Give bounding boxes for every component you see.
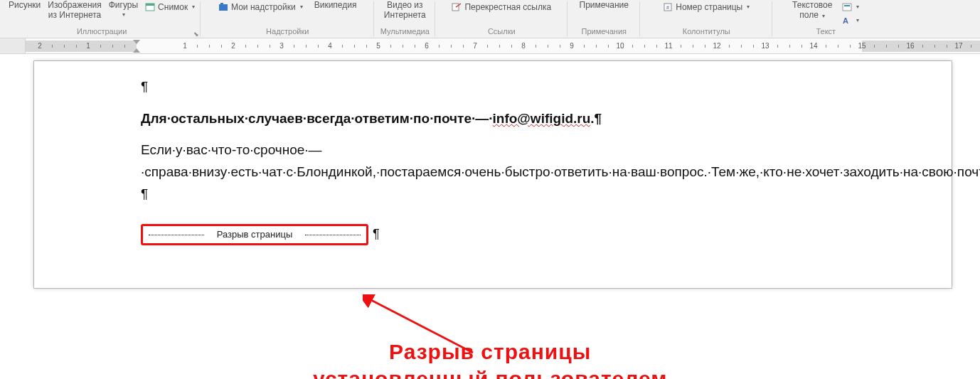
page: ¶ Для·остальных·случаев·всегда·ответим·п… bbox=[34, 61, 952, 288]
screenshot-label: Снимок bbox=[158, 2, 188, 12]
online-pictures-label-2: из Интернета bbox=[48, 10, 101, 20]
ruler-tick: 13 bbox=[761, 41, 769, 52]
wordart-button[interactable]: A ▾ bbox=[839, 14, 862, 27]
ruler-tick: 3 bbox=[279, 41, 284, 52]
group-label-comments: Примечания bbox=[570, 27, 637, 36]
ruler-tick: 7 bbox=[473, 41, 477, 52]
video-label-2: Интернета bbox=[384, 10, 426, 20]
ruler-tick: 17 bbox=[954, 41, 962, 52]
page-break-indicator: Разрыв страницы bbox=[141, 224, 368, 245]
first-line-indent-marker[interactable] bbox=[133, 40, 140, 44]
quick-parts-button[interactable]: ▾ bbox=[839, 1, 862, 14]
svg-text:A: A bbox=[843, 16, 848, 25]
ribbon: Рисунки Изображения из Интернета Фигуры … bbox=[0, 0, 980, 38]
pictures-button[interactable]: Рисунки bbox=[6, 0, 43, 10]
ruler-tick: 9 bbox=[570, 41, 574, 52]
screenshot-button[interactable]: Снимок ▾ bbox=[142, 1, 198, 14]
dialog-launcher-icon[interactable]: ⬊ bbox=[193, 31, 199, 38]
ruler-tick: 14 bbox=[809, 41, 817, 52]
page-break-label: Разрыв страницы bbox=[217, 227, 293, 242]
svg-text:#: # bbox=[666, 5, 669, 10]
comment-button[interactable]: Примечание bbox=[577, 0, 632, 10]
hanging-indent-marker[interactable] bbox=[133, 48, 140, 53]
textbox-button[interactable]: Текстовое поле ▾ bbox=[789, 0, 835, 21]
group-label-illustrations: Иллюстрации bbox=[6, 27, 198, 36]
ruler-tick: 8 bbox=[521, 41, 526, 52]
cross-reference-button[interactable]: Перекрестная ссылка bbox=[449, 1, 554, 14]
svg-rect-1 bbox=[146, 4, 154, 6]
ruler-tick: 16 bbox=[906, 41, 914, 52]
svg-rect-2 bbox=[219, 4, 228, 11]
group-addins: Мои надстройки ▾ Википедия Надстройки bbox=[201, 0, 374, 38]
ruler-tick: 1 bbox=[86, 41, 90, 52]
page-content[interactable]: ¶ Для·остальных·случаев·всегда·ответим·п… bbox=[34, 61, 952, 288]
empty-paragraph-mark: ¶ bbox=[141, 75, 932, 97]
page-number-icon: # bbox=[663, 3, 673, 11]
chevron-down-icon: ▾ bbox=[821, 13, 825, 19]
ruler-tick: 15 bbox=[858, 41, 866, 52]
addins-icon bbox=[218, 3, 228, 11]
svg-rect-8 bbox=[844, 5, 850, 6]
svg-rect-7 bbox=[843, 4, 851, 11]
group-text: Текстовое поле ▾ ▾ A ▾ Текст bbox=[772, 0, 879, 38]
ruler-tick: 2 bbox=[38, 41, 42, 52]
ruler-corner bbox=[0, 38, 26, 53]
ruler-tick: 6 bbox=[425, 41, 429, 52]
chevron-down-icon: ▾ bbox=[299, 2, 303, 12]
group-comments: Примечание Примечания bbox=[568, 0, 640, 38]
pictures-label: Рисунки bbox=[9, 0, 41, 10]
online-pictures-label-1: Изображения bbox=[48, 0, 101, 10]
my-addins-label: Мои надстройки bbox=[231, 2, 296, 12]
group-label-addins: Надстройки bbox=[203, 27, 371, 36]
my-addins-button[interactable]: Мои надстройки ▾ bbox=[215, 1, 306, 14]
annotation-callout: Разрыв страницы установленный пользовате… bbox=[313, 338, 667, 379]
ruler-tick: 5 bbox=[376, 41, 380, 52]
bold-paragraph: Для·остальных·случаев·всегда·ответим·по·… bbox=[141, 107, 932, 129]
ruler-tick: 2 bbox=[231, 41, 235, 52]
ruler-tick: 11 bbox=[664, 41, 672, 52]
chevron-down-icon: ▾ bbox=[855, 16, 859, 26]
body-paragraph: Если·у·вас·что-то·срочное·—·справа·внизу… bbox=[141, 139, 932, 205]
page-number-label: Номер страницы bbox=[676, 2, 742, 12]
chevron-down-icon: ▾ bbox=[745, 2, 750, 12]
group-label-headers: Колонтитулы bbox=[643, 27, 769, 36]
online-pictures-button[interactable]: Изображения из Интернета bbox=[45, 0, 104, 20]
shapes-button[interactable]: Фигуры ▾ bbox=[106, 0, 141, 20]
comment-label: Примечание bbox=[580, 0, 629, 10]
bold-text-prefix: Для·остальных·случаев·всегда·ответим·по·… bbox=[141, 111, 493, 126]
textbox-label-1: Текстовое bbox=[792, 0, 832, 10]
page-break-row: Разрыв страницы ¶ bbox=[141, 224, 932, 245]
video-label-1: Видео из bbox=[387, 0, 423, 10]
horizontal-ruler[interactable]: 2112345678910111213141516171819 bbox=[0, 38, 980, 54]
ruler-tick: 1 bbox=[183, 41, 187, 52]
group-headers: # Номер страницы ▾ Колонтитулы bbox=[640, 0, 772, 38]
page-number-button[interactable]: # Номер страницы ▾ bbox=[660, 1, 752, 14]
bold-text-suffix: .¶ bbox=[590, 111, 602, 126]
ruler-tick: 4 bbox=[328, 41, 332, 52]
screenshot-icon bbox=[145, 3, 155, 11]
ruler-tick: 12 bbox=[713, 41, 720, 52]
online-video-button[interactable]: Видео из Интернета bbox=[381, 0, 429, 20]
group-media: Видео из Интернета Мультимедиа bbox=[374, 0, 435, 38]
chevron-down-icon: ▾ bbox=[855, 2, 859, 12]
wordart-icon: A bbox=[842, 16, 852, 25]
chevron-down-icon: ▾ bbox=[191, 2, 195, 12]
wikipedia-button[interactable]: Википедия bbox=[311, 0, 360, 10]
group-illustrations: Рисунки Изображения из Интернета Фигуры … bbox=[3, 0, 201, 38]
group-label-text: Текст bbox=[775, 27, 876, 36]
textbox-label-2: поле bbox=[799, 10, 819, 20]
annotation-line-1: Разрыв страницы bbox=[313, 338, 667, 365]
group-links: Перекрестная ссылка Ссылки bbox=[435, 0, 568, 38]
group-label-links: Ссылки bbox=[438, 27, 565, 36]
ruler-margin-left bbox=[26, 41, 137, 52]
email-text: info@wifigid.ru bbox=[493, 111, 591, 126]
document-area[interactable]: ¶ Для·остальных·случаев·всегда·ответим·п… bbox=[0, 54, 980, 379]
shapes-label: Фигуры bbox=[109, 0, 138, 10]
svg-rect-4 bbox=[452, 4, 459, 11]
wikipedia-label: Википедия bbox=[314, 0, 357, 10]
svg-rect-3 bbox=[220, 3, 223, 5]
group-label-media: Мультимедиа bbox=[377, 27, 432, 36]
chevron-down-icon: ▾ bbox=[121, 10, 125, 20]
cross-reference-icon bbox=[452, 3, 462, 11]
cross-reference-label: Перекрестная ссылка bbox=[464, 2, 551, 12]
